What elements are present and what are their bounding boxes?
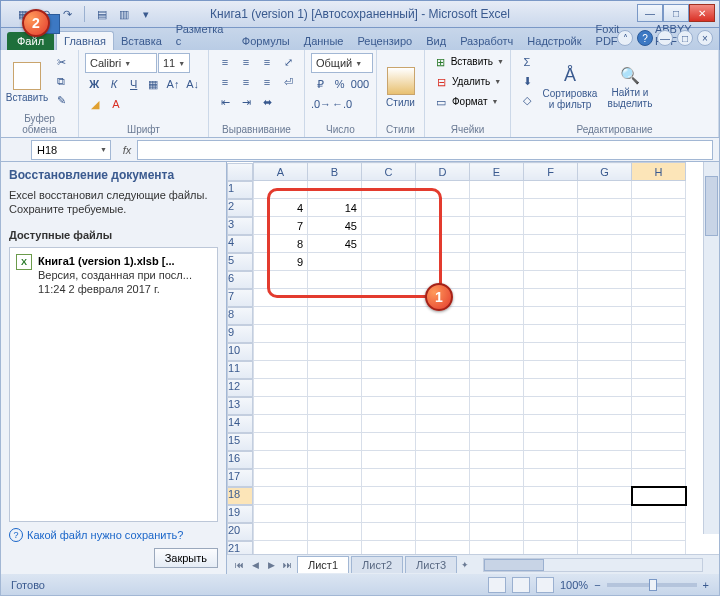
format-cells-button[interactable]: ▭Формат▼ xyxy=(431,93,504,111)
tab-addins[interactable]: Надстройк xyxy=(520,32,588,50)
autosum-icon[interactable]: Σ xyxy=(517,53,537,71)
scrollbar-thumb[interactable] xyxy=(484,559,544,571)
sheet-nav-last-icon[interactable]: ⏭ xyxy=(279,557,295,573)
grow-font-icon[interactable]: A↑ xyxy=(164,75,183,93)
annotation-badge-1: 1 xyxy=(425,283,453,311)
fill-icon[interactable]: ⬇ xyxy=(517,72,537,90)
view-normal-icon[interactable] xyxy=(488,577,506,593)
inc-decimal-icon[interactable]: .0→ xyxy=(311,95,331,113)
workbook-minimize-icon[interactable]: — xyxy=(657,30,673,46)
qat-icon[interactable]: ▤ xyxy=(94,6,110,22)
vertical-scrollbar[interactable] xyxy=(703,162,719,534)
which-file-help-link[interactable]: ? Какой файл нужно сохранить? xyxy=(9,528,183,542)
zoom-in-icon[interactable]: + xyxy=(703,579,709,591)
sheet-nav-prev-icon[interactable]: ◀ xyxy=(247,557,263,573)
workbook-close-icon[interactable]: × xyxy=(697,30,713,46)
align-center-icon[interactable]: ≡ xyxy=(236,73,256,91)
fill-color-icon[interactable]: ◢ xyxy=(85,95,105,113)
cut-icon[interactable]: ✂ xyxy=(51,53,71,71)
cell-styles-button[interactable]: Стили xyxy=(383,53,418,122)
dec-decimal-icon[interactable]: ←.0 xyxy=(332,95,352,113)
delete-cells-button[interactable]: ⊟Удалить▼ xyxy=(431,73,504,91)
comma-icon[interactable]: 000 xyxy=(350,75,370,93)
view-break-icon[interactable] xyxy=(536,577,554,593)
sheet-nav-next-icon[interactable]: ▶ xyxy=(263,557,279,573)
border-icon[interactable]: ▦ xyxy=(144,75,163,93)
new-sheet-icon[interactable]: ✦ xyxy=(457,557,473,573)
cell-grid[interactable]: ABCDEFGH12414374548455967891011121314151… xyxy=(227,162,719,554)
sheet-tab-2[interactable]: Лист2 xyxy=(351,556,403,573)
underline-icon[interactable]: Ч xyxy=(124,75,143,93)
tab-data[interactable]: Данные xyxy=(297,32,351,50)
font-color-icon[interactable]: A xyxy=(106,95,126,113)
window-title: Книга1 (version 1) [Автосохраненный] - M… xyxy=(210,7,510,21)
wrap-text-icon[interactable]: ⏎ xyxy=(278,73,298,91)
name-box[interactable]: H18▼ xyxy=(31,140,111,160)
slider-thumb[interactable] xyxy=(649,579,657,591)
align-top-icon[interactable]: ≡ xyxy=(215,53,235,71)
font-name-selector[interactable]: Calibri▼ xyxy=(85,53,157,73)
help-icon[interactable]: ? xyxy=(637,30,653,46)
clipboard-icon xyxy=(13,62,41,90)
view-layout-icon[interactable] xyxy=(512,577,530,593)
formula-bar-input[interactable] xyxy=(137,140,713,160)
inc-indent-icon[interactable]: ⇥ xyxy=(236,93,256,111)
copy-icon[interactable]: ⧉ xyxy=(51,72,71,90)
align-left-icon[interactable]: ≡ xyxy=(215,73,235,91)
dec-indent-icon[interactable]: ⇤ xyxy=(215,93,235,111)
tab-formulas[interactable]: Формулы xyxy=(235,32,297,50)
available-files-list: X Книга1 (version 1).xlsb [... Версия, с… xyxy=(9,247,218,522)
redo-icon[interactable]: ↷ xyxy=(59,6,75,22)
align-mid-icon[interactable]: ≡ xyxy=(236,53,256,71)
recovery-close-button[interactable]: Закрыть xyxy=(154,548,218,568)
qat-dropdown-icon[interactable]: ▾ xyxy=(138,6,154,22)
tab-insert[interactable]: Вставка xyxy=(114,32,169,50)
align-right-icon[interactable]: ≡ xyxy=(257,73,277,91)
number-format-selector[interactable]: Общий▼ xyxy=(311,53,373,73)
sheet-tab-bar: ⏮ ◀ ▶ ⏭ Лист1 Лист2 Лист3 ✦ xyxy=(227,554,719,574)
orientation-icon[interactable]: ⤢ xyxy=(278,53,298,71)
italic-icon[interactable]: К xyxy=(105,75,124,93)
font-size-selector[interactable]: 11▼ xyxy=(158,53,190,73)
sort-icon: Å xyxy=(564,65,576,86)
tab-home[interactable]: Главная xyxy=(56,31,114,50)
paste-button[interactable]: Вставить xyxy=(7,53,47,111)
find-select-button[interactable]: 🔍 Найти и выделить xyxy=(603,53,657,122)
clear-icon[interactable]: ◇ xyxy=(517,91,537,109)
tab-developer[interactable]: Разработч xyxy=(453,32,520,50)
minimize-ribbon-icon[interactable]: ˄ xyxy=(617,30,633,46)
separator xyxy=(84,6,85,22)
scrollbar-thumb[interactable] xyxy=(705,176,718,236)
group-clipboard-label: Буфер обмена xyxy=(7,111,72,135)
sheet-tab-1[interactable]: Лист1 xyxy=(297,556,349,573)
zoom-slider[interactable] xyxy=(607,583,697,587)
status-ready-label: Готово xyxy=(11,579,45,591)
tab-view[interactable]: Вид xyxy=(419,32,453,50)
recovered-file-desc: Версия, созданная при посл... xyxy=(38,269,192,281)
workbook-restore-icon[interactable]: □ xyxy=(677,30,693,46)
percent-icon[interactable]: % xyxy=(331,75,350,93)
find-icon: 🔍 xyxy=(620,66,640,85)
format-cells-icon: ▭ xyxy=(431,93,451,111)
annotation-badge-2: 2 xyxy=(22,9,50,37)
bold-icon[interactable]: Ж xyxy=(85,75,104,93)
sort-filter-button[interactable]: Å Сортировка и фильтр xyxy=(541,53,599,122)
sheet-nav-first-icon[interactable]: ⏮ xyxy=(231,557,247,573)
tab-review[interactable]: Рецензиро xyxy=(350,32,419,50)
sheet-tab-3[interactable]: Лист3 xyxy=(405,556,457,573)
fx-icon[interactable]: fx xyxy=(117,144,137,156)
main-area: Восстановление документа Excel восстанов… xyxy=(0,162,720,574)
tab-layout[interactable]: Разметка с xyxy=(169,20,235,50)
recovered-file-item[interactable]: X Книга1 (version 1).xlsb [... Версия, с… xyxy=(16,254,211,297)
qat-icon[interactable]: ▥ xyxy=(116,6,132,22)
insert-cells-button[interactable]: ⊞Вставить▼ xyxy=(431,53,504,71)
align-bot-icon[interactable]: ≡ xyxy=(257,53,277,71)
horizontal-scrollbar[interactable] xyxy=(483,558,703,572)
format-painter-icon[interactable]: ✎ xyxy=(51,91,71,109)
paste-label: Вставить xyxy=(6,92,48,103)
currency-icon[interactable]: ₽ xyxy=(311,75,330,93)
merge-icon[interactable]: ⬌ xyxy=(257,93,277,111)
recovery-heading: Восстановление документа xyxy=(9,168,218,182)
zoom-out-icon[interactable]: − xyxy=(594,579,600,591)
shrink-font-icon[interactable]: A↓ xyxy=(183,75,202,93)
